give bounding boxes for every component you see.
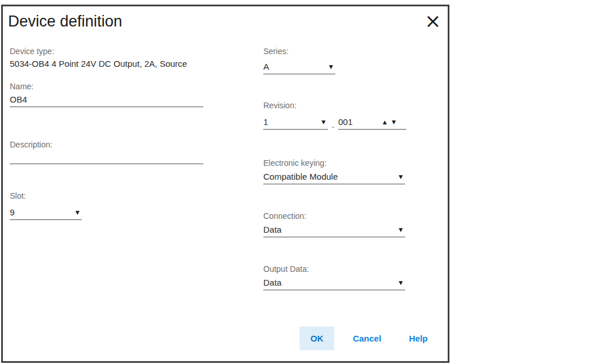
revision-minor-spinbox[interactable]: 001 ▲ ▼ xyxy=(338,115,406,130)
help-button[interactable]: Help xyxy=(400,327,436,350)
name-input[interactable] xyxy=(10,93,203,107)
device-definition-dialog: Device definition × Device type: 5034-OB… xyxy=(1,5,449,363)
dropdown-arrow-icon: ▼ xyxy=(75,210,80,215)
description-input[interactable] xyxy=(10,150,203,164)
series-select-value: A xyxy=(263,62,269,72)
ok-button[interactable]: OK xyxy=(300,327,334,350)
electronic-keying-value: Compatible Module xyxy=(263,172,338,182)
connection-value: Data xyxy=(263,225,282,235)
output-data-value: Data xyxy=(263,278,282,288)
dialog-title: Device definition xyxy=(8,12,122,31)
spin-up-icon[interactable]: ▲ xyxy=(383,119,387,125)
dropdown-arrow-icon: ▼ xyxy=(322,119,326,125)
revision-major-value: 1 xyxy=(263,117,268,127)
spin-down-icon[interactable]: ▼ xyxy=(392,119,396,125)
name-label: Name: xyxy=(10,81,33,92)
electronic-keying-label: Electronic keying: xyxy=(263,158,327,168)
dropdown-arrow-icon: ▼ xyxy=(399,227,403,233)
revision-separator: . xyxy=(330,120,336,130)
slot-select[interactable]: 9 ▼ xyxy=(10,205,82,220)
slot-select-value: 9 xyxy=(10,207,14,218)
dropdown-arrow-icon: ▼ xyxy=(399,280,403,286)
slot-label: Slot: xyxy=(10,191,26,201)
dropdown-arrow-icon: ▼ xyxy=(329,64,333,70)
revision-minor-value: 001 xyxy=(338,117,353,127)
close-button[interactable]: × xyxy=(425,13,441,29)
output-data-label: Output Data: xyxy=(263,264,309,274)
electronic-keying-select[interactable]: Compatible Module ▼ xyxy=(263,169,405,184)
close-icon: × xyxy=(425,9,441,32)
revision-minor-spinner: ▲ ▼ xyxy=(383,119,404,125)
connection-select[interactable]: Data ▼ xyxy=(263,222,405,237)
description-label: Description: xyxy=(10,139,52,150)
connection-label: Connection: xyxy=(263,211,307,221)
output-data-select[interactable]: Data ▼ xyxy=(263,275,405,290)
dropdown-arrow-icon: ▼ xyxy=(399,174,403,180)
series-select[interactable]: A ▼ xyxy=(263,59,335,74)
series-label: Series: xyxy=(263,46,289,56)
revision-major-select[interactable]: 1 ▼ xyxy=(263,115,328,130)
cancel-button[interactable]: Cancel xyxy=(346,327,388,350)
device-type-value: 5034-OB4 4 Point 24V DC Output, 2A, Sour… xyxy=(10,58,187,69)
revision-label: Revision: xyxy=(263,100,297,111)
device-type-label: Device type: xyxy=(10,46,54,56)
